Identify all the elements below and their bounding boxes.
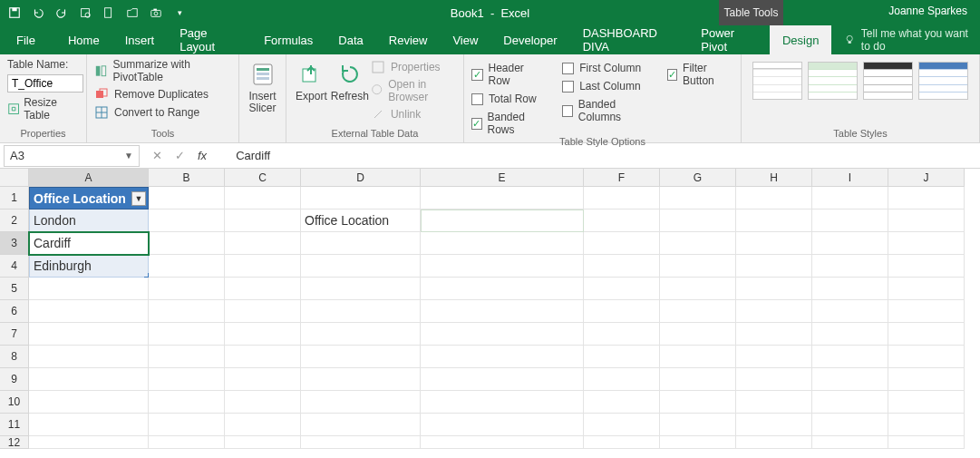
- row-header-11[interactable]: 11: [0, 414, 29, 436]
- cell[interactable]: [736, 391, 812, 414]
- cell[interactable]: [736, 414, 812, 436]
- cell[interactable]: [301, 391, 421, 414]
- cell-F2[interactable]: [584, 210, 660, 232]
- cell[interactable]: [421, 391, 584, 414]
- cell[interactable]: [660, 346, 736, 368]
- cell[interactable]: [584, 323, 660, 346]
- row-header-12[interactable]: 12: [0, 436, 29, 449]
- cell[interactable]: [584, 391, 660, 414]
- row-header-7[interactable]: 7: [0, 323, 29, 346]
- row-header-3[interactable]: 3: [0, 232, 29, 255]
- cell[interactable]: [421, 278, 584, 300]
- tab-review[interactable]: Review: [376, 25, 441, 54]
- chk-first-column[interactable]: First Column: [562, 62, 650, 74]
- cell[interactable]: [29, 323, 149, 346]
- col-header-E[interactable]: E: [421, 169, 584, 187]
- cell[interactable]: [736, 278, 812, 300]
- tab-formulas[interactable]: Formulas: [251, 25, 325, 54]
- cell[interactable]: [225, 414, 301, 436]
- col-header-B[interactable]: B: [149, 169, 225, 187]
- remove-duplicates-button[interactable]: Remove Duplicates: [94, 87, 231, 102]
- cell[interactable]: [660, 323, 736, 346]
- table-styles-gallery[interactable]: [749, 58, 972, 100]
- cell[interactable]: [149, 278, 225, 300]
- select-all-corner[interactable]: [0, 169, 29, 187]
- tab-home[interactable]: Home: [55, 25, 112, 54]
- qat-dropdown-icon[interactable]: ▾: [172, 5, 187, 20]
- style-thumb[interactable]: [808, 62, 858, 100]
- cell[interactable]: [584, 414, 660, 436]
- refresh-button[interactable]: Refresh: [331, 58, 369, 122]
- row-header-10[interactable]: 10: [0, 391, 29, 414]
- cell-E3[interactable]: [421, 232, 584, 255]
- chk-banded-rows[interactable]: Banded Rows: [471, 111, 546, 136]
- cell[interactable]: [812, 346, 888, 368]
- new-icon[interactable]: [102, 5, 116, 20]
- tab-dashboard-diva[interactable]: DASHBOARD DIVA: [570, 25, 689, 54]
- cell-E2[interactable]: [421, 210, 584, 232]
- cell[interactable]: [736, 436, 812, 449]
- cell[interactable]: [149, 368, 225, 391]
- cell[interactable]: [584, 346, 660, 368]
- cell-F4[interactable]: [584, 255, 660, 278]
- cell[interactable]: [812, 323, 888, 346]
- cell[interactable]: [225, 278, 301, 300]
- fx-icon[interactable]: fx: [198, 149, 207, 162]
- tab-insert[interactable]: Insert: [112, 25, 168, 54]
- chk-total-row[interactable]: Total Row: [471, 93, 546, 105]
- cell-C3[interactable]: [225, 232, 301, 255]
- cell-G4[interactable]: [660, 255, 736, 278]
- col-header-G[interactable]: G: [660, 169, 736, 187]
- chk-banded-columns[interactable]: Banded Columns: [562, 98, 650, 123]
- cell[interactable]: [736, 323, 812, 346]
- cell-D4[interactable]: [301, 255, 421, 278]
- cell[interactable]: [301, 300, 421, 323]
- cell-A1[interactable]: Office Location ▼: [29, 187, 149, 210]
- cell[interactable]: [225, 346, 301, 368]
- cell[interactable]: [149, 323, 225, 346]
- cell[interactable]: [421, 300, 584, 323]
- cell[interactable]: [301, 323, 421, 346]
- style-thumb[interactable]: [918, 62, 968, 100]
- cell[interactable]: [149, 346, 225, 368]
- cell[interactable]: [660, 278, 736, 300]
- cell[interactable]: [584, 368, 660, 391]
- cell-I3[interactable]: [812, 232, 888, 255]
- cell-A2[interactable]: London: [29, 210, 149, 232]
- cell-E4[interactable]: [421, 255, 584, 278]
- chk-filter-button[interactable]: Filter Button: [667, 62, 733, 87]
- summarize-pivot-button[interactable]: Summarize with PivotTable: [94, 58, 231, 83]
- col-header-C[interactable]: C: [225, 169, 301, 187]
- cell[interactable]: [888, 414, 965, 436]
- cell-H2[interactable]: [736, 210, 812, 232]
- row-header-4[interactable]: 4: [0, 255, 29, 278]
- cell[interactable]: [812, 414, 888, 436]
- table-name-input[interactable]: [7, 74, 83, 93]
- formula-value[interactable]: Cardiff: [216, 149, 270, 162]
- cell-A4[interactable]: Edinburgh: [29, 255, 149, 278]
- cell[interactable]: [660, 300, 736, 323]
- cell[interactable]: [888, 300, 965, 323]
- col-header-I[interactable]: I: [812, 169, 888, 187]
- cell-B3[interactable]: [149, 232, 225, 255]
- cell[interactable]: [421, 436, 584, 449]
- cell-A5[interactable]: [29, 278, 149, 300]
- row-header-6[interactable]: 6: [0, 300, 29, 323]
- cell-D2[interactable]: Office Location: [301, 210, 421, 232]
- cell[interactable]: [888, 391, 965, 414]
- row-header-2[interactable]: 2: [0, 210, 29, 232]
- cell-C4[interactable]: [225, 255, 301, 278]
- cell[interactable]: [584, 278, 660, 300]
- cell-I1[interactable]: [812, 187, 888, 210]
- cell[interactable]: [29, 414, 149, 436]
- worksheet-grid[interactable]: A B C D E F G H I J 1 Office Location ▼ …: [0, 169, 980, 449]
- cell-F3[interactable]: [584, 232, 660, 255]
- cell[interactable]: [301, 278, 421, 300]
- cell-H4[interactable]: [736, 255, 812, 278]
- cell[interactable]: [584, 436, 660, 449]
- cell[interactable]: [301, 414, 421, 436]
- insert-slicer-button[interactable]: Insert Slicer: [242, 58, 284, 114]
- cell-H3[interactable]: [736, 232, 812, 255]
- cell[interactable]: [736, 346, 812, 368]
- cell-B1[interactable]: [149, 187, 225, 210]
